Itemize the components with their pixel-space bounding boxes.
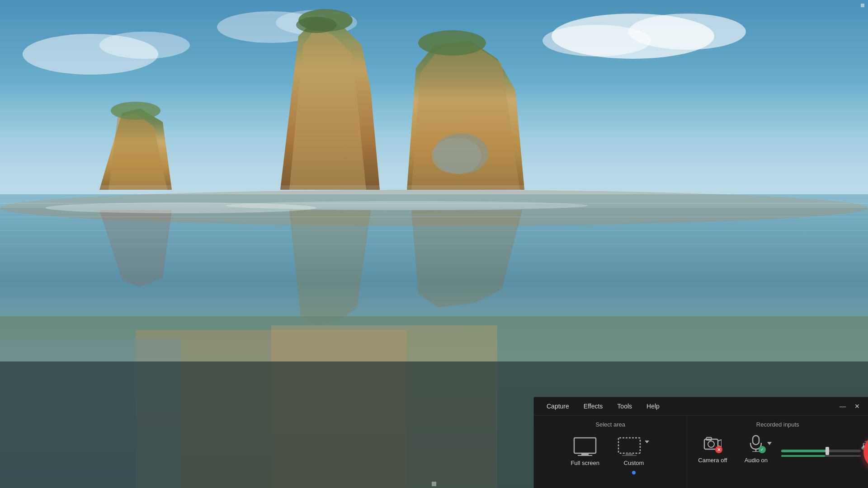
audio-level-bar — [781, 455, 861, 457]
svg-point-16 — [296, 17, 337, 33]
svg-marker-43 — [645, 441, 649, 443]
svg-point-12 — [111, 102, 160, 120]
full-screen-icon-container — [573, 437, 597, 456]
svg-point-45 — [708, 441, 714, 447]
custom-icon-container — [618, 437, 650, 456]
audio-button[interactable]: ✓ Audio on — [738, 433, 774, 464]
audio-on-badge: ✓ — [759, 446, 766, 453]
full-screen-icon — [573, 437, 597, 456]
camera-icon-wrap: ✕ — [703, 433, 722, 453]
selected-indicator — [632, 471, 636, 474]
input-controls: ✕ Camera off — [694, 433, 861, 464]
svg-rect-41 — [626, 453, 633, 455]
audio-level-fill — [781, 455, 825, 457]
camera-label: Camera off — [698, 457, 727, 464]
bottom-indicator — [432, 482, 436, 486]
full-screen-button[interactable]: Full screen — [563, 433, 607, 478]
svg-rect-36 — [0, 185, 868, 208]
svg-rect-37 — [574, 438, 596, 453]
corner-indicator — [861, 4, 864, 7]
minimize-button[interactable]: — — [836, 400, 849, 413]
svg-point-3 — [542, 25, 651, 56]
svg-rect-42 — [622, 455, 637, 456]
camera-off-badge: ✕ — [715, 446, 722, 453]
svg-rect-39 — [578, 455, 592, 456]
recorded-inputs-label: Recorded inputs — [694, 421, 861, 428]
volume-slider-track[interactable]: 🔊 — [781, 450, 861, 452]
menu-capture[interactable]: Capture — [541, 401, 575, 412]
record-button[interactable]: rec 🖐 — [863, 434, 868, 470]
svg-point-21 — [418, 30, 486, 56]
menu-tools[interactable]: Tools — [612, 401, 637, 412]
select-area-label: Select area — [541, 421, 679, 428]
toolbar-panel: Capture Effects Tools Help — ✕ Select ar… — [533, 397, 868, 488]
recorded-inputs-section: Recorded inputs — [687, 416, 868, 488]
custom-dropdown-arrow-icon — [644, 439, 650, 445]
menu-help[interactable]: Help — [641, 401, 665, 412]
full-screen-label: Full screen — [571, 460, 599, 466]
select-area-section: Select area Full screen — [534, 416, 687, 488]
camera-button[interactable]: ✕ Camera off — [694, 433, 731, 464]
menu-bar: Capture Effects Tools Help — ✕ — [534, 397, 868, 416]
controls-area: Select area Full screen — [534, 416, 868, 488]
capture-buttons: Full screen C — [541, 433, 679, 478]
mic-icon-wrap: ✓ — [746, 433, 766, 453]
volume-slider-area: 🔊 — [781, 441, 861, 457]
window-controls: — ✕ — [836, 400, 863, 413]
menu-effects[interactable]: Effects — [578, 401, 609, 412]
svg-rect-38 — [581, 453, 589, 455]
svg-rect-48 — [753, 436, 759, 445]
svg-rect-40 — [618, 438, 640, 453]
svg-point-5 — [99, 32, 190, 59]
audio-label: Audio on — [745, 457, 768, 464]
custom-icon — [618, 437, 641, 456]
volume-slider-thumb[interactable] — [826, 447, 829, 455]
custom-button[interactable]: Custom — [610, 433, 657, 478]
custom-label: Custom — [624, 460, 644, 466]
close-button[interactable]: ✕ — [851, 400, 863, 413]
volume-slider-fill — [781, 450, 829, 452]
svg-marker-51 — [767, 442, 772, 445]
mic-dropdown-icon — [767, 441, 772, 446]
